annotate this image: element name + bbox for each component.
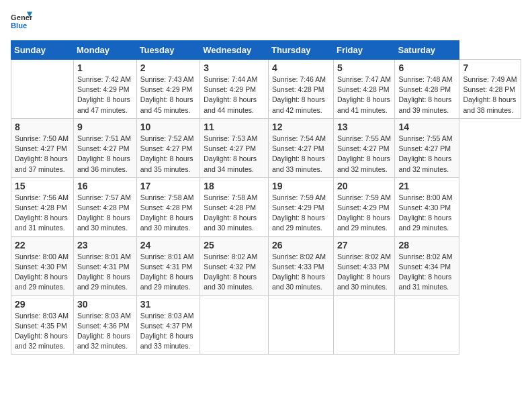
col-header-monday: Monday: [73, 41, 136, 60]
day-cell: 18Sunrise: 7:58 AMSunset: 4:28 PMDayligh…: [200, 177, 269, 236]
day-number: 5: [337, 62, 391, 73]
day-number: 18: [204, 181, 265, 191]
day-cell: 8Sunrise: 7:50 AMSunset: 4:27 PMDaylight…: [11, 118, 74, 177]
calendar-week-row: 15Sunrise: 7:56 AMSunset: 4:28 PMDayligh…: [11, 177, 521, 236]
page-header: General Blue: [11, 11, 521, 32]
day-number: 9: [77, 122, 133, 132]
day-number: 26: [272, 240, 330, 250]
day-number: 27: [337, 240, 391, 250]
day-detail: Sunrise: 7:57 AMSunset: 4:28 PMDaylight:…: [77, 193, 133, 234]
day-cell: 24Sunrise: 8:01 AMSunset: 4:31 PMDayligh…: [136, 236, 200, 295]
col-header-wednesday: Wednesday: [200, 41, 269, 60]
day-detail: Sunrise: 7:55 AMSunset: 4:27 PMDaylight:…: [398, 134, 455, 175]
day-cell: 12Sunrise: 7:54 AMSunset: 4:27 PMDayligh…: [268, 118, 333, 177]
col-header-sunday: Sunday: [11, 41, 74, 60]
day-number: 12: [272, 122, 330, 132]
day-cell: 16Sunrise: 7:57 AMSunset: 4:28 PMDayligh…: [73, 177, 136, 236]
day-number: 2: [140, 62, 197, 73]
day-cell: 25Sunrise: 8:02 AMSunset: 4:32 PMDayligh…: [200, 236, 269, 295]
day-number: 16: [77, 181, 133, 191]
empty-cell: [268, 295, 333, 355]
col-header-thursday: Thursday: [268, 41, 333, 60]
day-number: 7: [463, 62, 517, 73]
logo-icon: General Blue: [11, 11, 32, 32]
day-detail: Sunrise: 7:59 AMSunset: 4:29 PMDaylight:…: [272, 193, 330, 234]
day-detail: Sunrise: 7:59 AMSunset: 4:29 PMDaylight:…: [337, 193, 391, 234]
day-detail: Sunrise: 7:42 AMSunset: 4:29 PMDaylight:…: [77, 75, 133, 116]
day-detail: Sunrise: 8:01 AMSunset: 4:31 PMDaylight:…: [77, 252, 133, 293]
day-cell: 13Sunrise: 7:55 AMSunset: 4:27 PMDayligh…: [333, 118, 394, 177]
day-detail: Sunrise: 8:02 AMSunset: 4:32 PMDaylight:…: [204, 252, 265, 293]
day-detail: Sunrise: 7:50 AMSunset: 4:27 PMDaylight:…: [15, 134, 70, 175]
day-detail: Sunrise: 7:53 AMSunset: 4:27 PMDaylight:…: [204, 134, 265, 175]
day-detail: Sunrise: 7:52 AMSunset: 4:27 PMDaylight:…: [140, 134, 197, 175]
day-number: 28: [398, 240, 455, 250]
day-number: 25: [204, 240, 265, 250]
calendar-week-row: 22Sunrise: 8:00 AMSunset: 4:30 PMDayligh…: [11, 236, 521, 295]
day-number: 8: [15, 122, 70, 132]
day-detail: Sunrise: 7:51 AMSunset: 4:27 PMDaylight:…: [77, 134, 133, 175]
svg-text:Blue: Blue: [11, 21, 27, 30]
calendar-week-row: 29Sunrise: 8:03 AMSunset: 4:35 PMDayligh…: [11, 295, 521, 355]
day-cell: 9Sunrise: 7:51 AMSunset: 4:27 PMDaylight…: [73, 118, 136, 177]
day-detail: Sunrise: 7:43 AMSunset: 4:29 PMDaylight:…: [140, 75, 197, 116]
day-detail: Sunrise: 8:03 AMSunset: 4:37 PMDaylight:…: [140, 311, 197, 352]
day-cell: 4Sunrise: 7:46 AMSunset: 4:28 PMDaylight…: [268, 60, 333, 119]
empty-cell: [333, 295, 394, 355]
calendar-header-row: SundayMondayTuesdayWednesdayThursdayFrid…: [11, 41, 521, 60]
day-detail: Sunrise: 7:44 AMSunset: 4:29 PMDaylight:…: [204, 75, 265, 116]
day-number: 22: [15, 240, 70, 250]
day-cell: 21Sunrise: 8:00 AMSunset: 4:30 PMDayligh…: [395, 177, 459, 236]
day-number: 14: [398, 122, 455, 132]
day-number: 29: [15, 299, 70, 310]
day-detail: Sunrise: 7:58 AMSunset: 4:28 PMDaylight:…: [204, 193, 265, 234]
day-number: 13: [337, 122, 391, 132]
day-number: 19: [272, 181, 330, 191]
logo: General Blue: [11, 11, 34, 32]
empty-cell: [11, 60, 74, 119]
day-cell: 2Sunrise: 7:43 AMSunset: 4:29 PMDaylight…: [136, 60, 200, 119]
day-cell: 3Sunrise: 7:44 AMSunset: 4:29 PMDaylight…: [200, 60, 269, 119]
calendar-week-row: 1Sunrise: 7:42 AMSunset: 4:29 PMDaylight…: [11, 60, 521, 119]
empty-cell: [200, 295, 269, 355]
calendar-table: SundayMondayTuesdayWednesdayThursdayFrid…: [11, 40, 521, 355]
day-number: 21: [398, 181, 455, 191]
day-cell: 17Sunrise: 7:58 AMSunset: 4:28 PMDayligh…: [136, 177, 200, 236]
col-header-friday: Friday: [333, 41, 394, 60]
col-header-tuesday: Tuesday: [136, 41, 200, 60]
day-cell: 29Sunrise: 8:03 AMSunset: 4:35 PMDayligh…: [11, 295, 74, 355]
day-cell: 5Sunrise: 7:47 AMSunset: 4:28 PMDaylight…: [333, 60, 394, 119]
day-cell: 26Sunrise: 8:02 AMSunset: 4:33 PMDayligh…: [268, 236, 333, 295]
day-detail: Sunrise: 7:49 AMSunset: 4:28 PMDaylight:…: [463, 75, 517, 116]
day-cell: 22Sunrise: 8:00 AMSunset: 4:30 PMDayligh…: [11, 236, 74, 295]
day-number: 10: [140, 122, 197, 132]
day-detail: Sunrise: 7:54 AMSunset: 4:27 PMDaylight:…: [272, 134, 330, 175]
empty-cell: [395, 295, 459, 355]
day-cell: 15Sunrise: 7:56 AMSunset: 4:28 PMDayligh…: [11, 177, 74, 236]
day-cell: 20Sunrise: 7:59 AMSunset: 4:29 PMDayligh…: [333, 177, 394, 236]
day-detail: Sunrise: 7:55 AMSunset: 4:27 PMDaylight:…: [337, 134, 391, 175]
day-number: 24: [140, 240, 197, 250]
day-detail: Sunrise: 7:47 AMSunset: 4:28 PMDaylight:…: [337, 75, 391, 116]
day-number: 3: [204, 62, 265, 73]
day-number: 30: [77, 299, 133, 310]
day-number: 6: [398, 62, 455, 73]
day-number: 17: [140, 181, 197, 191]
day-detail: Sunrise: 8:02 AMSunset: 4:33 PMDaylight:…: [272, 252, 330, 293]
day-detail: Sunrise: 8:03 AMSunset: 4:35 PMDaylight:…: [15, 311, 70, 352]
day-cell: 19Sunrise: 7:59 AMSunset: 4:29 PMDayligh…: [268, 177, 333, 236]
col-header-saturday: Saturday: [395, 41, 459, 60]
day-cell: 31Sunrise: 8:03 AMSunset: 4:37 PMDayligh…: [136, 295, 200, 355]
day-number: 1: [77, 62, 133, 73]
day-detail: Sunrise: 7:48 AMSunset: 4:28 PMDaylight:…: [398, 75, 455, 116]
day-number: 31: [140, 299, 197, 310]
day-detail: Sunrise: 8:01 AMSunset: 4:31 PMDaylight:…: [140, 252, 197, 293]
day-detail: Sunrise: 8:02 AMSunset: 4:33 PMDaylight:…: [337, 252, 391, 293]
calendar-week-row: 8Sunrise: 7:50 AMSunset: 4:27 PMDaylight…: [11, 118, 521, 177]
day-number: 11: [204, 122, 265, 132]
day-number: 23: [77, 240, 133, 250]
day-detail: Sunrise: 7:56 AMSunset: 4:28 PMDaylight:…: [15, 193, 70, 234]
day-cell: 23Sunrise: 8:01 AMSunset: 4:31 PMDayligh…: [73, 236, 136, 295]
day-detail: Sunrise: 8:00 AMSunset: 4:30 PMDaylight:…: [398, 193, 455, 234]
day-detail: Sunrise: 7:58 AMSunset: 4:28 PMDaylight:…: [140, 193, 197, 234]
